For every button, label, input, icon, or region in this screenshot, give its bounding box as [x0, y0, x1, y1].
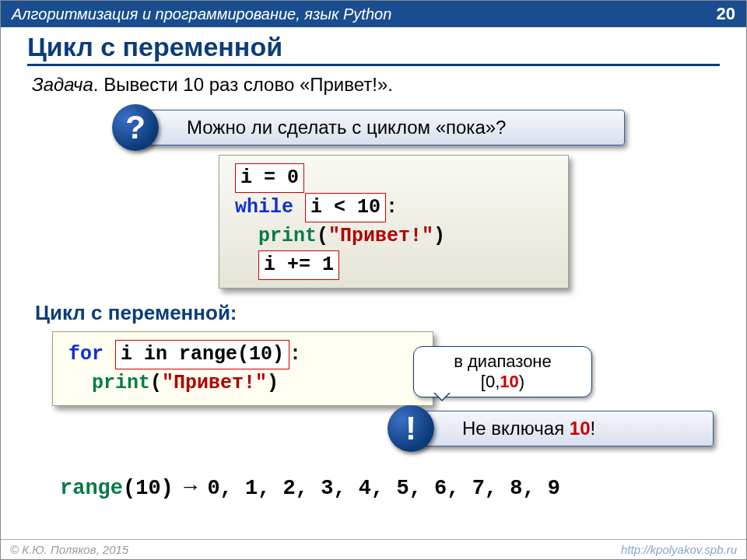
bubble-line: в диапазоне [422, 352, 584, 372]
page-title: Цикл с переменной [27, 32, 720, 66]
warn-text: Не включая [462, 418, 570, 439]
range-bubble: в диапазоне [0,10) [413, 346, 592, 397]
keyword: for [68, 343, 103, 366]
colon: : [386, 196, 398, 219]
task-line: Задача. Вывести 10 раз слово «Привет!». [32, 74, 715, 96]
code-line: for i in range(10): [68, 340, 417, 369]
paren: ( [317, 225, 328, 247]
content: Цикл с переменной Задача. Вывести 10 раз… [1, 27, 746, 500]
code-highlight: i += 1 [258, 250, 339, 280]
code-highlight: i < 10 [305, 193, 386, 222]
code-line: i = 0 [235, 163, 552, 193]
code-line: print("Привет!") [235, 222, 552, 250]
page-number: 20 [717, 4, 735, 24]
question-text: Можно ли сделать с циклом «пока»? [187, 117, 506, 138]
task-text: . Вывести 10 раз слово «Привет!». [93, 74, 393, 95]
code-highlight: i in range(10) [115, 340, 289, 369]
code-block-while: i = 0 while i < 10: print("Привет!") i +… [219, 155, 569, 289]
footer-url: http://kpolyakov.spb.ru [621, 543, 737, 556]
question-icon: ? [112, 104, 159, 151]
breadcrumb: Алгоритмизация и программирование, язык … [12, 5, 391, 23]
warn-red: 10 [570, 418, 591, 439]
values: 0, 1, 2, 3, 4, 5, 6, 7, 8, 9 [207, 477, 560, 500]
slide: Алгоритмизация и программирование, язык … [0, 0, 747, 560]
bubble-line: [0,10) [422, 372, 584, 392]
footer: © К.Ю. Поляков, 2015 http://kpolyakov.sp… [1, 539, 746, 559]
code-line: while i < 10: [235, 193, 552, 222]
range-result: range(10) → 0, 1, 2, 3, 4, 5, 6, 7, 8, 9 [60, 474, 720, 500]
func: range [60, 477, 123, 500]
subhead: Цикл с переменной: [35, 301, 720, 325]
paren: ( [150, 372, 162, 394]
func: print [92, 372, 150, 394]
task-label: Задача [32, 74, 93, 95]
args: (10) [123, 477, 174, 500]
func: print [258, 225, 317, 247]
code-line: print("Привет!") [68, 369, 417, 397]
paren: ) [433, 225, 445, 247]
string: "Привет!" [162, 372, 267, 394]
code-line: i += 1 [235, 250, 552, 280]
top-bar: Алгоритмизация и программирование, язык … [1, 1, 746, 27]
code-highlight: i = 0 [235, 163, 304, 193]
warn-text: ! [591, 418, 596, 439]
copyright: © К.Ю. Поляков, 2015 [10, 543, 128, 556]
paren: ) [267, 372, 279, 394]
exclaim-icon: ! [388, 405, 434, 452]
string: "Привет!" [328, 225, 433, 247]
keyword: while [235, 196, 293, 219]
arrow-icon: → [174, 474, 208, 499]
question-callout: ? Можно ли сделать с циклом «пока»? [135, 110, 625, 145]
code-block-for: for i in range(10): print("Привет!") [52, 331, 433, 406]
warning-callout: ! Не включая 10! [410, 411, 714, 446]
colon: : [289, 343, 301, 366]
bubble-bold: 10 [500, 372, 518, 391]
